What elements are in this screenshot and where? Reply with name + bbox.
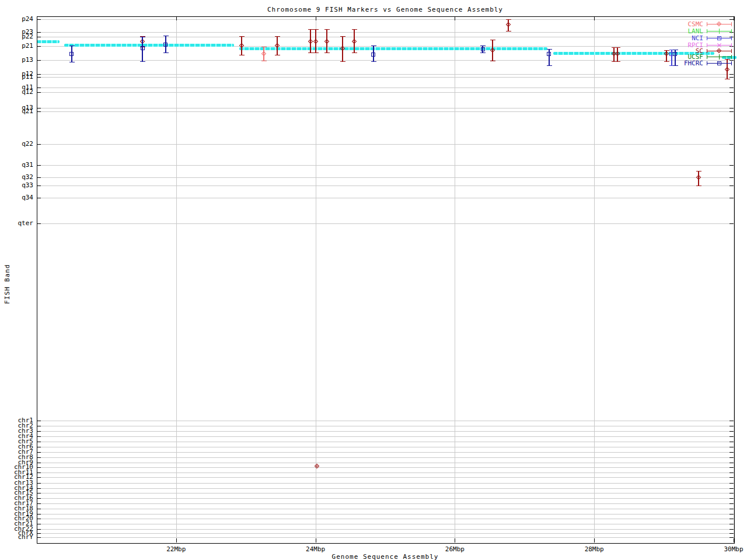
y-tick-left	[37, 77, 41, 78]
error-bar-cap-bottom	[69, 62, 75, 62]
y-tick-left	[37, 223, 41, 224]
y-tick-right	[729, 92, 734, 93]
legend-sample-cap	[707, 29, 707, 33]
y-tick-left	[37, 488, 41, 489]
x-tick-top	[594, 16, 595, 20]
marker-plus	[719, 54, 720, 60]
legend-sample-cap	[731, 43, 732, 47]
grid-line-horizontal	[37, 493, 734, 494]
error-bar-cap-bottom	[340, 61, 345, 62]
y-tick-left	[37, 198, 41, 198]
grid-line-horizontal	[37, 74, 734, 75]
grid-line-horizontal	[37, 108, 734, 108]
y-tick-left	[37, 60, 41, 61]
error-bar-cap-top	[371, 46, 376, 46]
grid-line-horizontal	[37, 165, 734, 166]
error-bar-cap-top	[324, 29, 330, 30]
y-tick-left	[37, 436, 41, 437]
y-axis-band-label: p21	[22, 43, 33, 49]
y-tick-left	[37, 37, 41, 37]
y-axis-band-label: p13	[22, 57, 33, 63]
grid-line-horizontal	[37, 519, 734, 519]
grid-line-horizontal	[37, 467, 734, 468]
y-tick-right	[729, 483, 734, 484]
marker-dot	[666, 53, 667, 54]
y-axis-band-label: q21	[22, 108, 33, 114]
y-tick-left	[37, 498, 41, 499]
y-tick-left	[37, 509, 41, 509]
marker-dot	[698, 177, 699, 178]
legend-sample-cap	[707, 43, 707, 47]
y-tick-left	[37, 519, 41, 519]
y-tick-right	[729, 186, 734, 186]
grid-line-vertical	[455, 16, 455, 542]
grid-line-horizontal	[37, 537, 734, 538]
y-axis-band-label: p11	[22, 74, 33, 80]
y-tick-left	[37, 457, 41, 458]
marker-dot	[718, 37, 720, 38]
y-tick-right	[729, 442, 734, 442]
y-tick-left	[37, 19, 41, 20]
error-bar-cap-top	[615, 47, 620, 48]
marker-plus	[719, 29, 720, 34]
grid-line-horizontal	[37, 452, 734, 453]
marker-dot	[373, 54, 374, 55]
y-tick-left	[37, 74, 41, 75]
grid-line-horizontal	[37, 111, 734, 112]
error-bar-cap-bottom	[163, 52, 169, 53]
x-tick-bottom	[176, 538, 177, 542]
y-tick-left	[37, 524, 41, 524]
y-axis-band-label: q32	[22, 174, 33, 180]
error-bar-cap-top	[352, 29, 357, 30]
error-bar-cap-top	[506, 19, 511, 20]
y-tick-right	[729, 519, 734, 519]
grid-line-horizontal	[37, 426, 734, 426]
y-tick-right	[729, 177, 734, 178]
chart-figure: Chromosome 9 FISH Markers vs Genome Sequ…	[0, 0, 747, 560]
y-tick-right	[729, 111, 734, 112]
legend-sample-cap	[731, 55, 732, 59]
y-tick-left	[37, 503, 41, 504]
legend-sample-cap	[731, 22, 732, 26]
grid-line-horizontal	[37, 144, 734, 145]
y-tick-left	[37, 442, 41, 442]
y-tick-right	[729, 529, 734, 530]
y-tick-left	[37, 431, 41, 432]
legend-sample-cap	[731, 61, 732, 65]
marker-dot	[316, 466, 317, 467]
y-axis-band-label: p22	[22, 34, 33, 40]
y-tick-right	[729, 473, 734, 473]
error-bar-cap-top	[490, 40, 495, 40]
y-tick-right	[729, 421, 734, 421]
grid-line-horizontal	[37, 524, 734, 524]
y-tick-right	[729, 198, 734, 198]
grid-line-horizontal	[37, 473, 734, 473]
y-tick-right	[729, 503, 734, 504]
error-bar-cap-top	[69, 46, 75, 46]
y-tick-right	[729, 537, 734, 538]
grid-line-horizontal	[37, 483, 734, 484]
legend-sample-cap	[707, 61, 707, 65]
grid-line-horizontal	[37, 447, 734, 447]
y-tick-right	[729, 223, 734, 224]
y-axis-band-label: qter	[18, 220, 34, 226]
marker-dot	[165, 44, 166, 45]
grid-line-horizontal	[37, 223, 734, 224]
y-tick-left	[37, 529, 41, 530]
error-bar-cap-bottom	[480, 52, 486, 53]
error-bar-cap-bottom	[490, 61, 495, 61]
marker-dot	[718, 62, 720, 64]
error-bar-cap-top	[140, 37, 145, 37]
legend-sample-cap	[731, 29, 732, 33]
y-axis-band-label: p24	[22, 16, 33, 22]
y-tick-right	[729, 60, 734, 61]
y-tick-right	[729, 488, 734, 489]
y-axis-band-label: chrY	[18, 534, 34, 540]
marker-dot	[617, 53, 618, 54]
x-tick-bottom	[734, 538, 734, 542]
grid-line-horizontal	[37, 177, 734, 178]
error-bar-cap-bottom	[352, 52, 357, 53]
error-bar-cap-bottom	[140, 61, 145, 62]
x-tick-top	[176, 16, 177, 20]
y-tick-left	[37, 477, 41, 478]
